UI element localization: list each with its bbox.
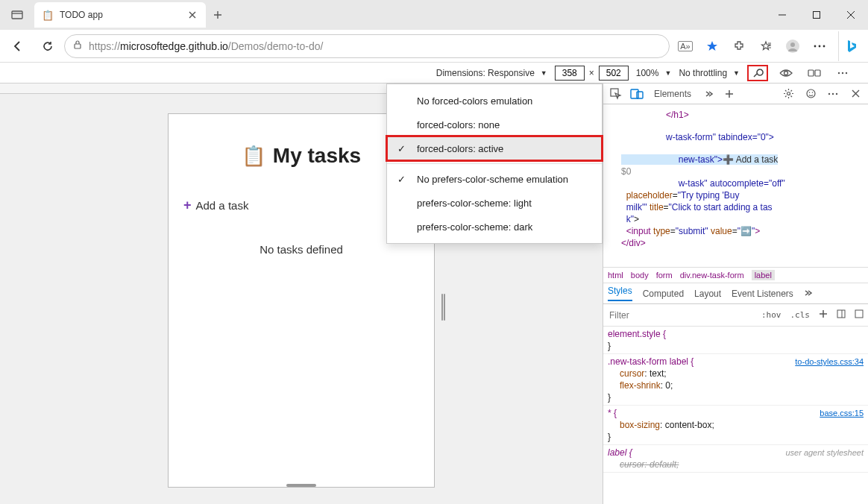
styles-filter-input[interactable]	[603, 310, 757, 321]
preview-icon[interactable]	[776, 65, 796, 81]
width-input[interactable]	[555, 66, 585, 81]
dropdown-item[interactable]: ✓No prefers-color-scheme emulation	[387, 167, 602, 191]
svg-rect-21	[637, 92, 643, 98]
styles-more-icon[interactable]	[850, 309, 868, 321]
new-tab-button[interactable]	[206, 3, 230, 27]
svg-point-23	[807, 89, 815, 98]
svg-point-9	[790, 42, 795, 47]
svg-point-13	[784, 71, 788, 75]
close-window-button[interactable]	[834, 0, 868, 30]
dom-breadcrumb[interactable]: html body form div.new-task-form label	[603, 267, 868, 283]
svg-point-28	[836, 92, 837, 94]
maximize-button[interactable]	[799, 0, 834, 30]
svg-rect-29	[837, 310, 845, 318]
check-icon: ✓	[397, 174, 406, 185]
extensions-icon[interactable]	[726, 34, 752, 59]
new-style-rule-icon[interactable]	[814, 309, 832, 321]
favorite-icon[interactable]	[699, 34, 725, 59]
dropdown-item[interactable]: No forced-colors emulation	[387, 89, 602, 113]
site-info-icon[interactable]	[72, 40, 83, 52]
svg-point-11	[819, 45, 821, 47]
more-icon[interactable]	[807, 34, 832, 59]
tab-event-listeners[interactable]: Event Listeners	[732, 289, 793, 299]
svg-point-27	[832, 92, 834, 94]
resize-handle-right[interactable]	[441, 294, 446, 321]
svg-point-25	[811, 92, 813, 93]
back-button[interactable]	[4, 33, 31, 60]
address-bar: https://microsoftedge.github.io/Demos/de…	[0, 30, 868, 63]
add-task-label: Add a task	[196, 199, 249, 212]
dropdown-item[interactable]: prefers-color-scheme: light	[387, 191, 602, 215]
computed-sidebar-icon[interactable]	[832, 309, 850, 321]
separator	[387, 163, 602, 164]
styles-tabbar: Styles Computed Layout Event Listeners	[603, 283, 868, 304]
dropdown-item-active[interactable]: ✓forced-colors: active	[387, 136, 602, 160]
tab-styles[interactable]: Styles	[608, 286, 632, 301]
styles-filter-row: :hov .cls	[603, 304, 868, 327]
styles-rules[interactable]: element.style { } to-do-styles.css:34 .n…	[603, 327, 868, 504]
dropdown-item[interactable]: prefers-color-scheme: dark	[387, 215, 602, 239]
window-titlebar: 📋 TODO app	[0, 0, 868, 30]
clipboard-icon: 📋	[242, 145, 265, 168]
add-task-row[interactable]: + Add a task ➔	[183, 198, 419, 213]
browser-tab[interactable]: 📋 TODO app	[34, 2, 206, 28]
close-devtools-icon[interactable]	[846, 85, 865, 103]
device-posture-icon[interactable]	[804, 65, 825, 81]
settings-icon[interactable]	[779, 85, 798, 103]
refresh-button[interactable]	[34, 33, 61, 60]
rendered-page-area: 📋 My tasks + Add a task ➔ No tasks defin…	[0, 84, 603, 504]
emulate-vision-button[interactable]	[747, 65, 768, 81]
profile-icon[interactable]	[780, 34, 805, 59]
tab-favicon-icon: 📋	[42, 9, 54, 21]
svg-rect-0	[12, 11, 22, 19]
svg-point-12	[823, 45, 825, 47]
url-text: https://microsoftedge.github.io/Demos/de…	[89, 40, 323, 52]
height-input[interactable]	[599, 66, 629, 81]
cls-toggle[interactable]: .cls	[786, 310, 815, 320]
devtools-panel: Elements </h1> w-task-form" tabindex="0"…	[603, 84, 868, 504]
minimize-button[interactable]	[765, 0, 799, 30]
svg-point-10	[814, 45, 817, 47]
dimensions-selector[interactable]: Dimensions: Responsive▼	[436, 68, 547, 78]
tab-elements[interactable]: Elements	[648, 84, 697, 104]
reading-mode-icon[interactable]: A»	[673, 34, 698, 59]
tab-computed[interactable]: Computed	[643, 289, 684, 299]
svg-rect-3	[814, 12, 820, 19]
svg-point-18	[846, 72, 847, 73]
feedback-icon[interactable]	[801, 85, 820, 103]
toggle-device-icon[interactable]	[627, 85, 647, 103]
devtools-tabbar: Elements	[603, 84, 868, 104]
more-tabs-icon[interactable]	[804, 289, 813, 299]
svg-point-26	[828, 92, 830, 94]
inspect-element-icon[interactable]	[606, 85, 626, 103]
url-field[interactable]: https://microsoftedge.github.io/Demos/de…	[64, 34, 670, 58]
devtools-more-icon[interactable]	[823, 85, 843, 103]
check-icon: ✓	[397, 143, 406, 154]
favorites-bar-icon[interactable]	[753, 34, 779, 59]
dom-tree[interactable]: </h1> w-task-form" tabindex="0"> new-tas…	[603, 104, 868, 267]
dropdown-item[interactable]: forced-colors: none	[387, 113, 602, 136]
svg-rect-4	[75, 44, 81, 48]
svg-point-22	[787, 92, 790, 95]
more-tabs-icon[interactable]	[699, 85, 718, 103]
tab-manager-button[interactable]	[4, 2, 30, 28]
app-title: 📋 My tasks	[183, 144, 419, 168]
svg-point-17	[842, 72, 843, 73]
hov-toggle[interactable]: :hov	[757, 310, 786, 320]
bing-sidebar-icon[interactable]	[838, 31, 864, 61]
resize-handle-bottom[interactable]	[286, 484, 316, 487]
svg-rect-31	[855, 310, 863, 318]
close-tab-icon[interactable]	[186, 9, 198, 21]
tab-layout[interactable]: Layout	[694, 289, 721, 299]
svg-rect-15	[815, 70, 820, 76]
plus-icon: +	[183, 198, 192, 213]
svg-rect-14	[808, 70, 814, 76]
device-toolbar-more-icon[interactable]	[832, 65, 853, 81]
zoom-selector[interactable]: 100%▼	[636, 68, 672, 78]
throttling-selector[interactable]: No throttling▼	[679, 68, 740, 78]
no-tasks-message: No tasks defined	[183, 243, 419, 256]
device-toolbar: Dimensions: Responsive▼ × 100%▼ No throt…	[0, 63, 868, 84]
emulation-dropdown: No forced-colors emulation forced-colors…	[386, 84, 603, 244]
svg-point-16	[838, 72, 840, 73]
add-tab-icon[interactable]	[720, 85, 739, 103]
